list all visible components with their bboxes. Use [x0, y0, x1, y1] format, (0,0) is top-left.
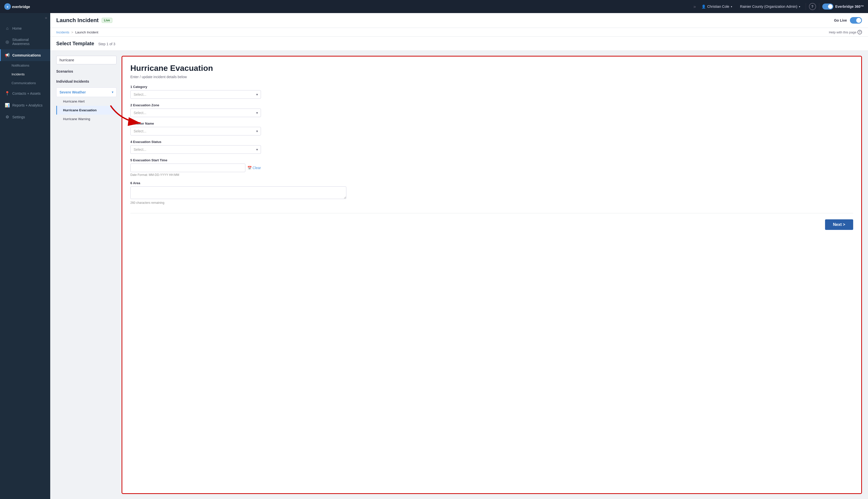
scenarios-label: Scenarios: [56, 69, 116, 73]
template-hurricane-evacuation-label: Hurricane Evacuation: [63, 108, 97, 112]
form-label-evacuation-status: 4 Evacuation Status: [131, 140, 853, 144]
sidebar-label-reports: Reports + Analytics: [12, 103, 42, 107]
form-label-evacuation-zone: 2 Evacuation Zone: [131, 103, 853, 107]
live-badge: Live: [102, 18, 112, 23]
logo-area[interactable]: e everbridge: [4, 3, 34, 10]
breadcrumb-incidents-link[interactable]: Incidents: [56, 31, 69, 34]
date-format-hint: Date Format: MM-DD-YYYY HH:MM: [131, 173, 853, 177]
evacuation-zone-select[interactable]: Select...: [131, 109, 261, 117]
sidebar-collapse-button[interactable]: «: [0, 13, 50, 23]
content-body: Scenarios Individual Incidents Severe We…: [50, 51, 868, 499]
sidebar: « ⌂ Home ◎ Situational Awareness 📢 Commu…: [0, 13, 50, 499]
situational-awareness-icon: ◎: [5, 39, 10, 44]
home-icon: ⌂: [5, 26, 10, 31]
form-label-category: 1 Category: [131, 85, 853, 89]
form-field-evacuation-zone: 2 Evacuation Zone Select...: [131, 103, 853, 117]
help-button[interactable]: ?: [809, 3, 816, 10]
template-hurricane-evacuation[interactable]: Hurricane Evacuation: [56, 106, 116, 114]
step-header: Select Template Step 1 of 3: [50, 37, 868, 51]
field-number-6: 6: [131, 181, 132, 185]
user-name: Christian Cole: [707, 4, 729, 9]
org-name: Rainier County (Organization Admin): [740, 4, 797, 9]
sidebar-sub-incidents[interactable]: Incidents: [0, 70, 50, 78]
evacuation-start-time-input[interactable]: [131, 163, 245, 172]
evacuation-status-select[interactable]: Select...: [131, 145, 261, 154]
category-severe-weather-label: Severe Weather: [60, 90, 86, 94]
form-field-category: 1 Category Select...: [131, 85, 853, 99]
sidebar-item-communications[interactable]: 📢 Communications: [0, 49, 50, 61]
category-select-wrapper: Select...: [131, 90, 261, 99]
template-hurricane-warning-label: Hurricane Warning: [63, 117, 90, 121]
user-menu[interactable]: 👤 Christian Cole ▾: [699, 3, 735, 10]
everbridge360-toggle[interactable]: [822, 3, 833, 10]
user-icon: 👤: [702, 4, 706, 9]
field-number-5: 5: [131, 158, 132, 162]
svg-text:e: e: [7, 5, 9, 9]
sidebar-label-communications: Communications: [12, 53, 41, 57]
breadcrumb-bar: Incidents > Launch Incident Help with th…: [50, 28, 868, 37]
go-live-toggle[interactable]: [850, 17, 862, 24]
sidebar-label-contacts: Contacts + Assets: [12, 92, 40, 96]
field-number-2: 2: [131, 103, 132, 107]
template-hurricane-alert[interactable]: Hurricane Alert: [56, 97, 116, 106]
nav-divider: [806, 3, 806, 10]
search-input[interactable]: [56, 56, 116, 64]
form-field-evacuation-status: 4 Evacuation Status Select...: [131, 140, 853, 154]
everbridge-logo: e everbridge: [4, 3, 34, 10]
everbridge360-label: Everbridge 360™: [835, 4, 864, 9]
reports-icon: 📊: [5, 103, 10, 108]
field-number-3: 3: [131, 122, 132, 125]
form-subtitle: Enter / update incident details below: [131, 75, 853, 79]
step-title: Select Template: [56, 41, 94, 46]
chars-remaining: 260 characters remaining: [131, 201, 853, 205]
page-header-left: Launch Incident Live: [56, 17, 112, 24]
incidents-label: Incidents: [12, 72, 25, 76]
step-indicator: Step 1 of 3: [98, 42, 115, 46]
sidebar-label-home: Home: [12, 26, 22, 31]
field-label-evacuation-status: Evacuation Status: [133, 140, 161, 144]
category-chevron-icon: ▾: [112, 90, 113, 94]
clear-label: Clear: [253, 166, 261, 170]
evacuation-status-select-wrapper: Select...: [131, 145, 261, 154]
category-select[interactable]: Select...: [131, 90, 261, 99]
page-header-right: Go Live: [834, 17, 862, 24]
sidebar-item-reports-analytics[interactable]: 📊 Reports + Analytics: [0, 99, 50, 111]
top-navigation: e everbridge » 👤 Christian Cole ▾ Rainie…: [0, 0, 868, 13]
help-circle-icon: ?: [857, 30, 862, 34]
page-title: Launch Incident: [56, 17, 99, 24]
sidebar-sub-communications[interactable]: Communications: [0, 78, 50, 87]
breadcrumb-current: Launch Incident: [75, 31, 98, 34]
form-field-area: 6 Area 260 characters remaining: [131, 181, 853, 205]
individual-incidents-label: Individual Incidents: [56, 80, 116, 83]
field-label-area: Area: [133, 181, 140, 185]
help-link-text: Help with this page: [829, 31, 856, 34]
sidebar-item-home[interactable]: ⌂ Home: [0, 23, 50, 34]
help-this-page-link[interactable]: Help with this page ?: [829, 30, 862, 34]
sidebar-sub-notifications[interactable]: Notifications: [0, 61, 50, 70]
area-textarea[interactable]: [131, 186, 346, 199]
everbridge360-toggle-area: Everbridge 360™: [822, 3, 864, 10]
next-button[interactable]: Next >: [825, 219, 853, 230]
clear-datetime-link[interactable]: 📅 Clear: [247, 166, 261, 170]
template-hurricane-warning[interactable]: Hurricane Warning: [56, 114, 116, 123]
field-label-shelter-name: Shelter Name: [133, 122, 154, 125]
org-dropdown-icon: ▾: [799, 5, 800, 8]
sidebar-item-settings[interactable]: ⚙ Settings: [0, 111, 50, 123]
form-title: Hurricane Evacuation: [131, 63, 853, 73]
form-label-area: 6 Area: [131, 181, 853, 185]
settings-icon: ⚙: [5, 114, 10, 119]
datetime-row: 📅 Clear: [131, 163, 261, 172]
communications-icon: 📢: [5, 53, 10, 58]
org-selector[interactable]: Rainier County (Organization Admin) ▾: [737, 3, 803, 10]
form-label-evacuation-start-time: 5 Evacuation Start Time: [131, 158, 853, 162]
sidebar-item-situational-awareness[interactable]: ◎ Situational Awareness: [0, 34, 50, 49]
form-footer: Next >: [131, 219, 853, 230]
notifications-label: Notifications: [12, 63, 29, 67]
svg-text:everbridge: everbridge: [12, 5, 30, 9]
field-number-4: 4: [131, 140, 132, 144]
sidebar-item-contacts-assets[interactable]: 📍 Contacts + Assets: [0, 87, 50, 99]
nav-expand-icon[interactable]: »: [693, 4, 696, 9]
shelter-name-select[interactable]: Select...: [131, 127, 261, 135]
field-label-evacuation-zone: Evacuation Zone: [133, 103, 159, 107]
category-severe-weather-row[interactable]: Severe Weather ▾: [56, 87, 116, 97]
